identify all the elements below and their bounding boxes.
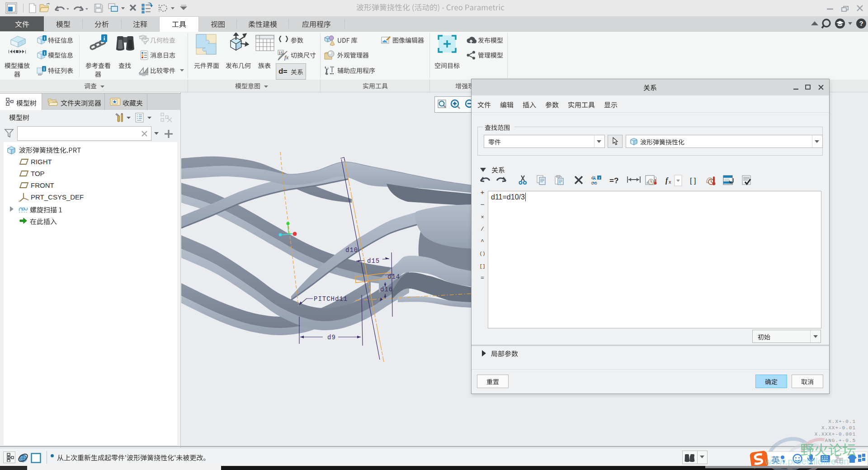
svg-text:i: i [44,36,45,41]
svg-text:i: i [43,66,45,71]
svg-text:[ ]: [ ] [690,177,696,185]
svg-text:PITCHd11: PITCHd11 [314,295,348,303]
svg-text:x: x [669,179,671,185]
svg-text:i: i [44,51,45,56]
svg-text:fx: fx [284,54,289,61]
svg-text:i: i [599,176,599,180]
svg-text:?: ? [859,19,863,27]
svg-text:=?: =? [609,176,618,185]
svg-text:d: d [278,67,283,76]
svg-text:d10: d10 [345,247,358,254]
svg-text:i: i [104,35,105,42]
svg-text:d15: d15 [367,257,380,265]
svg-text:d9: d9 [327,334,336,341]
svg-text:f: f [665,176,669,185]
svg-text:d14: d14 [387,273,400,280]
svg-text:d16: d16 [380,286,393,293]
